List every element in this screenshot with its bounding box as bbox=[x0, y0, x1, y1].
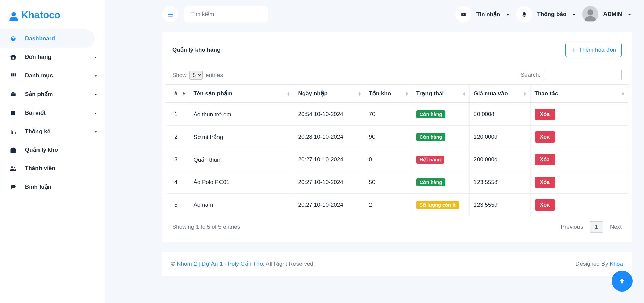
svg-point-7 bbox=[11, 166, 13, 168]
sort-icon: ▲▼ bbox=[182, 91, 186, 96]
rights-text: , All Right Reserved. bbox=[263, 261, 315, 267]
chevron-down-icon bbox=[93, 54, 98, 60]
sidebar-item-label: Dashboard bbox=[25, 35, 88, 42]
table-row: 2Sơ mi trắng20:28 10-10-202490Còn hàng12… bbox=[165, 126, 628, 148]
footer-left: © Nhóm 2 | Dự Án 1 - Poly Cần Thơ, All R… bbox=[171, 260, 315, 267]
col-action[interactable]: Thao tác ▲▼ bbox=[530, 85, 628, 103]
copyright-symbol: © bbox=[171, 261, 175, 267]
cell-action: Xóa bbox=[530, 148, 628, 171]
cell-status: Hết hàng bbox=[412, 148, 469, 171]
next-page[interactable]: Next bbox=[610, 224, 622, 230]
scroll-top-button[interactable] bbox=[612, 271, 633, 292]
cell-date: 20:27 10-10-2024 bbox=[294, 171, 365, 194]
project-link[interactable]: Nhóm 2 | Dự Án 1 - Poly Cần Thơ bbox=[177, 261, 263, 267]
col-status[interactable]: Trạng thái ▲▼ bbox=[412, 85, 469, 103]
cell-action: Xóa bbox=[530, 126, 628, 148]
entries-label: entries bbox=[206, 72, 223, 78]
cell-index: 1 bbox=[165, 103, 189, 126]
status-badge: Số lượng còn ít bbox=[416, 201, 459, 209]
page-size-select[interactable]: 5 bbox=[189, 71, 203, 80]
sidebar-item-label: Bình luận bbox=[25, 183, 98, 190]
table-search-input[interactable] bbox=[544, 70, 622, 80]
sidebar-item-label: Thành viên bbox=[25, 165, 98, 172]
chevron-down-icon bbox=[93, 129, 98, 134]
sidebar-item-stats[interactable]: Thống kê bbox=[0, 122, 105, 141]
cell-price: 120,000đ bbox=[469, 126, 530, 148]
sidebar-item-comments[interactable]: Bình luận bbox=[0, 178, 105, 196]
page-number[interactable]: 1 bbox=[590, 221, 603, 233]
svg-rect-2 bbox=[13, 73, 14, 75]
add-invoice-button[interactable]: ＋ Thêm hóa đơn bbox=[565, 43, 622, 57]
sidebar-item-orders[interactable]: Đơn hàng bbox=[0, 48, 105, 66]
prev-page[interactable]: Previous bbox=[561, 224, 583, 230]
show-label: Show bbox=[172, 72, 187, 78]
col-date[interactable]: Ngày nhập ▲▼ bbox=[294, 85, 365, 103]
plus-icon: ＋ bbox=[571, 46, 577, 54]
col-index[interactable]: # ▲▼ bbox=[165, 85, 189, 103]
delete-button[interactable]: Xóa bbox=[535, 109, 555, 120]
table-row: 4Áo Polo PC0120:27 10-10-202450Còn hàng1… bbox=[165, 171, 628, 194]
svg-rect-4 bbox=[11, 75, 12, 76]
search-input[interactable] bbox=[184, 6, 268, 22]
cell-stock: 0 bbox=[365, 148, 412, 171]
cell-price: 123,555đ bbox=[469, 171, 530, 194]
main: Tin nhắn Thông báo ADMIN bbox=[105, 0, 644, 303]
brand[interactable]: Khatoco bbox=[0, 8, 105, 29]
messages-menu[interactable]: Tin nhắn bbox=[455, 6, 510, 22]
sidebar-item-dashboard[interactable]: Dashboard bbox=[0, 29, 95, 48]
cell-status: Số lượng còn ít bbox=[412, 194, 469, 216]
cell-name: Áo thun trẻ em bbox=[189, 103, 294, 126]
user-menu[interactable]: ADMIN bbox=[582, 6, 632, 22]
delete-button[interactable]: Xóa bbox=[535, 199, 555, 211]
col-stock[interactable]: Tồn kho ▲▼ bbox=[365, 85, 412, 103]
designer-link[interactable]: Khoa bbox=[610, 261, 623, 267]
sidebar-item-products[interactable]: Sản phẩm bbox=[0, 85, 105, 103]
footer-right: Designed By Khoa bbox=[575, 261, 623, 267]
hamburger-button[interactable] bbox=[162, 6, 178, 22]
table-controls: Show 5 entries Search: bbox=[165, 70, 628, 84]
cell-action: Xóa bbox=[530, 194, 628, 216]
cell-stock: 90 bbox=[365, 126, 412, 148]
warehouse-card: Quản lý kho hàng ＋ Thêm hóa đơn Show 5 e… bbox=[162, 32, 632, 242]
sort-icon: ▲▼ bbox=[287, 91, 290, 96]
cell-date: 20:27 10-10-2024 bbox=[294, 148, 365, 171]
svg-rect-3 bbox=[15, 73, 16, 75]
sort-icon: ▲▼ bbox=[405, 91, 409, 96]
delete-button[interactable]: Xóa bbox=[535, 154, 555, 165]
sidebar-item-posts[interactable]: Bài viết bbox=[0, 103, 105, 122]
delete-button[interactable]: Xóa bbox=[535, 131, 555, 143]
sidebar-item-warehouse[interactable]: Quản lý kho bbox=[0, 141, 105, 159]
inventory-table: # ▲▼ Tên sản phẩm ▲▼ Ngày nhập ▲▼ Tồn kh… bbox=[165, 84, 628, 216]
cell-index: 4 bbox=[165, 171, 189, 194]
delete-button[interactable]: Xóa bbox=[535, 177, 555, 188]
svg-rect-1 bbox=[11, 73, 12, 75]
table-footer: Showing 1 to 5 of 5 entries Previous 1 N… bbox=[165, 216, 628, 233]
status-badge: Hết hàng bbox=[416, 156, 444, 164]
svg-rect-6 bbox=[15, 75, 16, 76]
cell-price: 50,000đ bbox=[469, 103, 530, 126]
sidebar-item-members[interactable]: Thành viên bbox=[0, 159, 105, 178]
warehouse-icon bbox=[10, 147, 20, 153]
cell-date: 20:28 10-10-2024 bbox=[294, 126, 365, 148]
search-label: Search: bbox=[521, 72, 541, 78]
sidebar-item-categories[interactable]: Danh mục bbox=[0, 66, 105, 85]
sort-icon: ▲▼ bbox=[358, 91, 361, 96]
cell-date: 20:54 10-10-2024 bbox=[294, 103, 365, 126]
svg-point-8 bbox=[14, 167, 16, 169]
table-info: Showing 1 to 5 of 5 entries bbox=[172, 224, 240, 230]
col-name[interactable]: Tên sản phẩm ▲▼ bbox=[189, 85, 294, 103]
chevron-down-icon bbox=[506, 11, 510, 17]
cell-price: 123,555đ bbox=[469, 194, 530, 216]
brand-name: Khatoco bbox=[21, 9, 60, 21]
add-invoice-label: Thêm hóa đơn bbox=[579, 46, 616, 53]
notifications-menu[interactable]: Thông báo bbox=[516, 6, 576, 22]
svg-point-12 bbox=[588, 9, 594, 16]
pagination: Previous 1 Next bbox=[561, 221, 622, 233]
bell-icon bbox=[516, 6, 532, 22]
svg-rect-9 bbox=[168, 12, 173, 13]
cell-name: Áo Polo PC01 bbox=[189, 171, 294, 194]
grid-icon bbox=[10, 73, 20, 79]
sort-icon: ▲▼ bbox=[463, 91, 466, 96]
card-title: Quản lý kho hàng bbox=[172, 46, 221, 53]
col-price[interactable]: Giá mua vào ▲▼ bbox=[469, 85, 530, 103]
